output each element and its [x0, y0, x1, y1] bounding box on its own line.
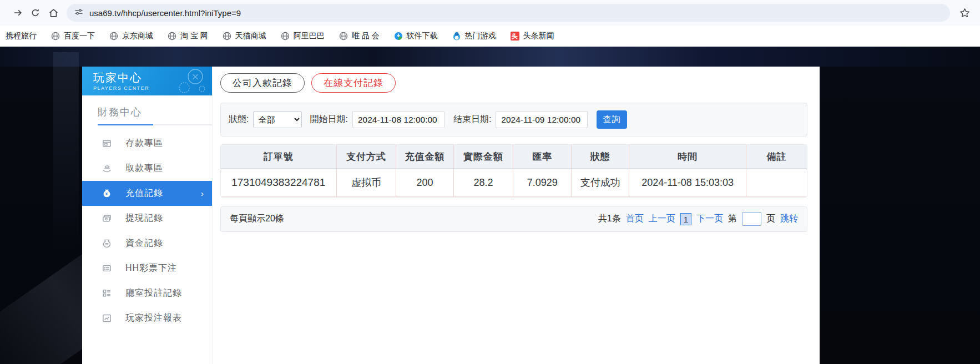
bookmark-vip[interactable]: 唯 品 会 [339, 31, 380, 41]
sidebar-item-hh-lottery-bets[interactable]: HH彩票下注 [82, 256, 212, 281]
dark-banner [0, 47, 980, 67]
col-pay-method: 支付方式 [336, 145, 396, 169]
sidebar: 玩家中心 PLAYERS CENTER 財務中心 存款專區 [82, 67, 213, 364]
globe-icon [109, 32, 118, 41]
bookmark-baidu[interactable]: 百度一下 [51, 31, 95, 41]
sidebar-item-deposit[interactable]: 存款專區 [82, 131, 212, 156]
site-info-icon[interactable] [74, 8, 83, 18]
end-date-input[interactable] [496, 111, 588, 128]
col-actual-amount: 實際金額 [453, 145, 513, 169]
sidebar-item-cashout-records[interactable]: 提現記錄 [82, 206, 212, 231]
col-time: 時間 [629, 145, 746, 169]
bookmark-label: 头条新闻 [523, 31, 554, 41]
bookmark-label: 天猫商城 [235, 31, 266, 41]
deposit-icon [102, 139, 113, 148]
software-download-icon [394, 32, 403, 41]
cell-status: 支付成功 [571, 169, 629, 196]
bookmark-label: 携程旅行 [6, 31, 37, 41]
globe-icon [51, 32, 60, 41]
lottery-icon [102, 264, 113, 273]
current-page-indicator[interactable]: 1 [680, 213, 691, 225]
records-table-wrapper: 訂單號 支付方式 充值金額 實際金額 匯率 狀態 時間 備註 173104938 [220, 144, 807, 198]
bookmark-ctrip[interactable]: 携程旅行 [6, 31, 37, 41]
first-page-link[interactable]: 首页 [626, 213, 644, 225]
col-recharge-amount: 充值金額 [396, 145, 453, 169]
site-page-background: 玩家中心 PLAYERS CENTER 財務中心 存款專區 [0, 47, 980, 364]
cell-pay-method: 虚拟币 [336, 169, 396, 196]
home-icon[interactable] [44, 4, 62, 22]
tab-company-deposit-records[interactable]: 公司入款記錄 [220, 73, 305, 93]
sidebar-item-label: 廳室投註記錄 [125, 287, 182, 299]
table-header-row: 訂單號 支付方式 充值金額 實際金額 匯率 狀態 時間 備註 [221, 145, 807, 169]
forward-arrow-icon[interactable] [9, 4, 27, 22]
sidebar-item-label: HH彩票下注 [125, 262, 177, 274]
bookmark-label: 唯 品 会 [352, 31, 380, 41]
hall-bet-icon [102, 289, 113, 298]
browser-toolbar: usa69.tv/hhcp/usercenter.html?iniType=9 [0, 0, 980, 26]
globe-icon [281, 32, 290, 41]
col-order-no: 訂單號 [221, 145, 336, 169]
tab-online-payment-records[interactable]: 在線支付記錄 [311, 73, 396, 93]
funds-icon [102, 239, 113, 248]
bookmark-jd[interactable]: 京东商城 [109, 31, 153, 41]
page-size-text: 每頁顯示20條 [230, 213, 284, 225]
main-content: 公司入款記錄 在線支付記錄 狀態: 全部 開始日期: 结束日期: 查詢 [213, 67, 820, 364]
bookmark-toutiao[interactable]: 头 头条新闻 [511, 31, 554, 41]
table-row: 1731049383224781 虚拟币 200 28.2 7.0929 支付成… [221, 169, 807, 196]
sidebar-item-label: 資金記錄 [125, 237, 163, 249]
goto-suffix: 页 [766, 213, 775, 225]
cell-actual-amount: 28.2 [453, 169, 513, 196]
records-table: 訂單號 支付方式 充值金額 實際金額 匯率 狀態 時間 備註 173104938 [221, 145, 807, 197]
cell-exchange-rate: 7.0929 [513, 169, 572, 196]
total-count-text: 共1条 [598, 213, 621, 225]
bookmark-label: 淘 宝 网 [180, 31, 208, 41]
sidebar-item-hall-bet-records[interactable]: 廳室投註記錄 [82, 281, 212, 306]
globe-icon [168, 32, 176, 41]
cell-recharge-amount: 200 [396, 169, 453, 196]
bookmark-star-icon[interactable] [956, 4, 973, 22]
next-page-link[interactable]: 下一页 [696, 213, 723, 225]
report-icon [102, 314, 113, 323]
sidebar-item-player-bet-report[interactable]: 玩家投注報表 [82, 306, 212, 331]
game-penguin-icon [452, 32, 461, 41]
goto-jump-link[interactable]: 跳转 [780, 213, 798, 225]
sidebar-item-funds-records[interactable]: 資金記錄 [82, 231, 212, 256]
sidebar-item-recharge-records[interactable]: ¥ 充值記錄 › [82, 181, 212, 206]
url-text[interactable]: usa69.tv/hhcp/usercenter.html?iniType=9 [89, 8, 241, 18]
bookmark-software[interactable]: 软件下载 [394, 31, 438, 41]
bookmark-taobao[interactable]: 淘 宝 网 [168, 31, 208, 41]
goto-prefix: 第 [728, 213, 737, 225]
goto-page-input[interactable] [742, 212, 761, 226]
url-bar[interactable]: usa69.tv/hhcp/usercenter.html?iniType=9 [67, 4, 950, 22]
bookmark-alibaba[interactable]: 阿里巴巴 [281, 31, 325, 41]
globe-icon [339, 32, 348, 41]
bookmarks-bar: 携程旅行 百度一下 京东商城 淘 宝 网 天猫商城 阿里巴巴 唯 品 会 软件下… [0, 26, 980, 47]
end-date-label: 结束日期: [453, 114, 491, 125]
cell-note [746, 169, 807, 196]
section-divider [98, 124, 212, 125]
status-select[interactable]: 全部 [253, 111, 302, 128]
sidebar-item-withdraw[interactable]: 取款專區 [82, 156, 212, 181]
gamepad-decoration-icon [173, 68, 209, 94]
col-note: 備註 [746, 145, 807, 169]
sidebar-item-label: 玩家投注報表 [125, 312, 182, 324]
query-button[interactable]: 查詢 [597, 110, 627, 129]
finance-center-heading: 財務中心 [82, 95, 212, 119]
cell-order-no: 1731049383224781 [221, 169, 336, 196]
user-center-card: 玩家中心 PLAYERS CENTER 財務中心 存款專區 [82, 67, 820, 364]
status-label: 狀態: [229, 114, 249, 125]
start-date-input[interactable] [352, 111, 444, 128]
cell-time: 2024-11-08 15:03:03 [629, 169, 746, 196]
bookmark-tmall[interactable]: 天猫商城 [223, 31, 266, 41]
bookmark-label: 阿里巴巴 [294, 31, 325, 41]
pagination-bar: 每頁顯示20條 共1条 首页 上一页 1 下一页 第 页 跳转 [220, 206, 807, 232]
reload-icon[interactable] [27, 4, 44, 22]
col-status: 狀態 [571, 145, 629, 169]
chevron-right-icon: › [201, 189, 204, 198]
bookmark-games[interactable]: 热门游戏 [452, 31, 496, 41]
decorative-streak [53, 52, 79, 252]
cashout-icon [102, 214, 113, 223]
recharge-icon: ¥ [102, 189, 113, 198]
prev-page-link[interactable]: 上一页 [649, 213, 675, 225]
players-center-header: 玩家中心 PLAYERS CENTER [82, 67, 212, 95]
